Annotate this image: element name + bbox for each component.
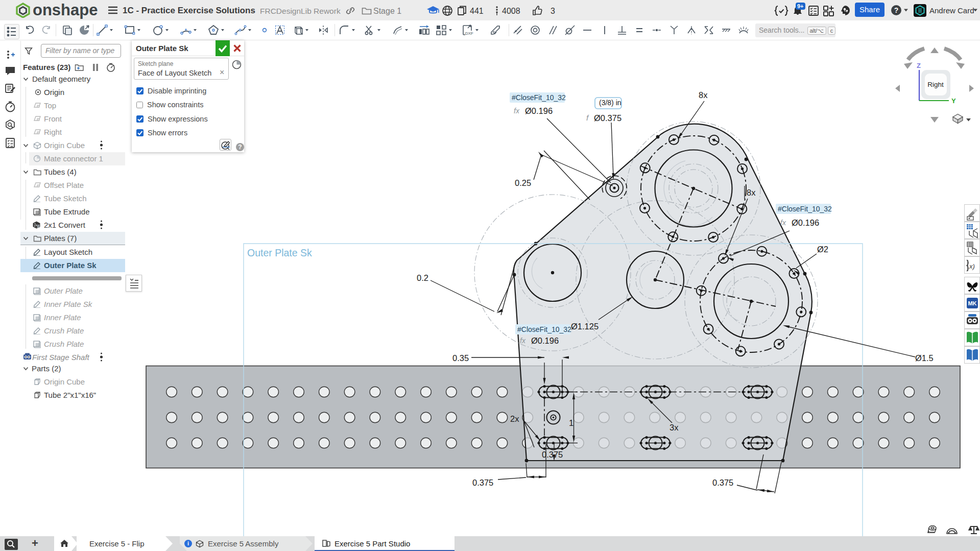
svg-text:0.375: 0.375 [472,478,493,487]
svg-text:Z: Z [917,62,921,69]
svg-text:1: 1 [569,418,573,427]
svg-text:Ø0.196: Ø0.196 [792,218,819,227]
svg-text:Ø2: Ø2 [817,245,828,254]
svg-text:3x: 3x [670,423,679,432]
svg-text:0.375: 0.375 [712,478,733,487]
svg-text:#CloseFit_10_32: #CloseFit_10_32 [512,93,566,102]
svg-text:Outer Plate Sk: Outer Plate Sk [247,247,312,258]
svg-text:Ø0.375: Ø0.375 [594,113,622,123]
svg-text:8x: 8x [747,188,756,197]
svg-text:fx: fx [780,219,786,227]
svg-text:#CloseFit_10_32: #CloseFit_10_32 [517,325,571,333]
svg-text:8x: 8x [699,90,708,100]
svg-text:2x: 2x [510,414,519,423]
svg-text:0.375: 0.375 [542,450,563,459]
svg-text:Ø0.196: Ø0.196 [525,106,553,115]
svg-text:fx: fx [520,337,526,345]
svg-text:Right: Right [927,81,944,88]
svg-text:Ø1.5: Ø1.5 [915,353,934,363]
svg-text:(3/8) in: (3/8) in [599,99,622,107]
svg-text:#CloseFit_10_32: #CloseFit_10_32 [778,205,832,213]
svg-text:0.25: 0.25 [515,178,531,187]
svg-text:DXF: DXF [465,31,473,36]
svg-text:0.2: 0.2 [417,273,428,282]
svg-text:Ø0.196: Ø0.196 [531,336,559,345]
svg-text:0.35: 0.35 [452,353,469,363]
svg-text:Y: Y [951,97,956,105]
svg-text:fx: fx [514,107,520,115]
svg-text:x): x) [969,262,975,270]
svg-text:?: ? [894,6,899,14]
svg-text:MK: MK [968,300,976,306]
svg-text:Ø1.125: Ø1.125 [571,322,599,331]
